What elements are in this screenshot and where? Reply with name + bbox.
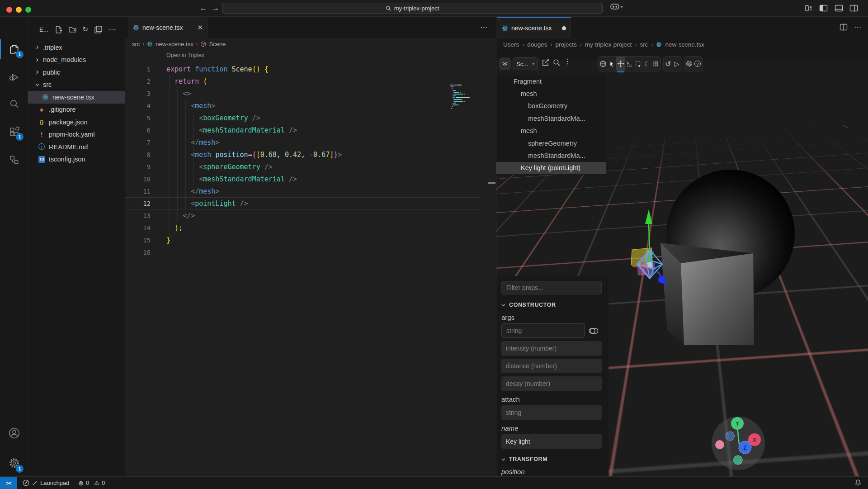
prop-input-decay-number-[interactable] <box>501 376 602 391</box>
scene-tree-item-meshstandardma-[interactable]: meshStandardMa... <box>496 149 606 161</box>
accounts-button[interactable] <box>0 422 28 444</box>
customize-layout-icon[interactable] <box>805 5 813 12</box>
help-icon[interactable]: ? <box>693 57 703 71</box>
code-line-2[interactable]: 2 return ( <box>125 75 479 87</box>
code-line-1[interactable]: 1export function Scene() { <box>125 63 479 75</box>
breadcrumb-item[interactable]: projects <box>556 41 577 48</box>
code-line-5[interactable]: 5 <boxGeometry /> <box>125 112 479 124</box>
breadcrumb-item[interactable]: src <box>640 41 648 48</box>
code-line-14[interactable]: 14 ); <box>125 222 479 234</box>
code-line-9[interactable]: 9 <sphereGeometry /> <box>125 161 479 173</box>
codelens-open-in-triplex[interactable]: Open in Triplex <box>166 52 204 58</box>
code-line-15[interactable]: 15} <box>125 234 479 246</box>
scale-tool[interactable] <box>625 57 634 71</box>
file-tree-item--gitignore[interactable]: ◆.gitignore <box>28 104 125 116</box>
file-tree-item--triplex[interactable]: .triplex <box>28 41 125 54</box>
launchpad-status-item[interactable]: Launchpad <box>23 480 69 486</box>
translate-tool[interactable] <box>616 57 625 71</box>
section-header-constructor[interactable]: CONSTRUCTOR <box>501 301 604 309</box>
navigate-forward-button[interactable]: → <box>210 3 221 14</box>
more-editor-actions-icon[interactable]: ⋯ <box>480 23 488 32</box>
layers-button[interactable] <box>499 57 511 70</box>
sidebar-item-extensions[interactable]: 1 <box>0 121 28 142</box>
toggle-primary-sidebar-icon[interactable] <box>819 5 828 12</box>
code-line-16[interactable]: 16 <box>125 246 479 258</box>
prop-input-intensity-number-[interactable] <box>501 341 602 356</box>
file-tree-item-node-modules[interactable]: node_modules <box>28 54 125 66</box>
file-tree-item-tsconfig-json[interactable]: TStsconfig.json <box>28 153 125 166</box>
window-minimize-button[interactable] <box>16 7 22 13</box>
split-editor-icon[interactable] <box>840 24 848 31</box>
breadcrumb-item[interactable]: douges <box>527 41 547 48</box>
kebab-menu-icon[interactable]: ⋮ <box>564 57 571 66</box>
command-center-search[interactable]: my-triplex-project <box>222 3 603 14</box>
file-tree-item-pnpm-lock-yaml[interactable]: !pnpm-lock.yaml <box>28 128 125 141</box>
code-line-12[interactable]: 12 <pointLight /> <box>125 197 479 209</box>
search-icon[interactable] <box>553 59 561 66</box>
settings-button[interactable]: 1 <box>0 452 28 474</box>
breadcrumb-item[interactable]: my-triplex-project <box>585 41 632 48</box>
code-line-13[interactable]: 13 </> <box>125 209 479 222</box>
breadcrumb-item[interactable]: Scene <box>209 41 226 47</box>
scene-select[interactable]: Sc... ▾ <box>513 57 538 70</box>
file-tree-item-public[interactable]: public <box>28 66 125 79</box>
explorer-title[interactable]: E... <box>39 26 48 33</box>
prop-input-string[interactable] <box>501 405 602 420</box>
gear-icon[interactable] <box>684 57 693 71</box>
play-icon[interactable]: ▷ <box>673 57 682 71</box>
code-line-3[interactable]: 3 <> <box>125 87 479 100</box>
code-line-10[interactable]: 10 <meshStandardMaterial /> <box>125 173 479 185</box>
toggle-panel-icon[interactable] <box>835 5 843 12</box>
scene-tree-item-meshstandardma-[interactable]: meshStandardMa... <box>496 112 606 124</box>
minimap[interactable] <box>450 85 481 114</box>
sidebar-item-references[interactable] <box>0 149 28 171</box>
copilot-menu[interactable]: ▾ <box>610 4 623 10</box>
select-tool[interactable] <box>608 57 617 71</box>
close-icon[interactable]: ✕ <box>197 24 203 32</box>
tab-new-scene-triplex[interactable]: new-scene.tsx <box>497 17 571 38</box>
prop-input-distance-number-[interactable] <box>501 359 602 373</box>
lighting-toggle[interactable]: ☾ <box>643 57 652 71</box>
file-tree-item-src[interactable]: src <box>28 79 125 91</box>
breadcrumb-item[interactable]: new-scene.tsx <box>665 41 704 48</box>
prop-input-string[interactable] <box>501 323 585 338</box>
code-line-8[interactable]: 8 <mesh position={[0.68, 0.42, -0.67]}> <box>125 148 479 161</box>
section-header-transform[interactable]: TRANSFORM <box>501 455 604 463</box>
scene-tree-item-spheregeometry[interactable]: sphereGeometry <box>496 137 606 149</box>
edit-scene-icon[interactable] <box>541 58 550 67</box>
new-folder-icon[interactable] <box>69 26 76 33</box>
new-file-icon[interactable] <box>55 26 62 33</box>
code-line-7[interactable]: 7 </mesh> <box>125 136 479 148</box>
scene-tree-item-mesh[interactable]: mesh <box>496 87 606 100</box>
breadcrumb-item[interactable]: new-scene.tsx <box>156 41 193 47</box>
scene-tree-item-mesh[interactable]: mesh <box>496 125 606 137</box>
sidebar-item-search[interactable] <box>0 93 28 114</box>
file-tree-item-package-json[interactable]: {}package.json <box>28 116 125 128</box>
window-close-button[interactable] <box>6 7 12 13</box>
prop-input-key-light[interactable] <box>501 434 602 449</box>
filter-props-input[interactable] <box>501 281 602 294</box>
notifications-bell-icon[interactable] <box>854 479 862 486</box>
collapse-all-icon[interactable] <box>94 26 102 33</box>
file-tree-item-readme-md[interactable]: ⓘREADME.md <box>28 141 125 153</box>
code-line-6[interactable]: 6 <meshStandardMaterial /> <box>125 124 479 136</box>
breadcrumb-item[interactable]: Users <box>503 41 519 48</box>
refresh-icon[interactable]: ↻ <box>83 25 89 33</box>
window-maximize-button[interactable] <box>25 7 31 13</box>
code-line-11[interactable]: 11 </mesh> <box>125 185 479 197</box>
undo-icon[interactable]: ↺ <box>664 57 673 71</box>
problems-status-item[interactable]: ⊗ 0 ⚠ 0 <box>78 480 105 487</box>
transform-tool[interactable] <box>634 57 643 71</box>
sidebar-item-explorer[interactable]: 1 <box>0 38 28 60</box>
more-actions-icon[interactable]: ⋯ <box>108 25 115 33</box>
code-line-4[interactable]: 4 <mesh> <box>125 100 479 112</box>
scene-tree-item-key-light-pointlight-[interactable]: Key light (pointLight) <box>496 162 606 174</box>
toggle-secondary-sidebar-icon[interactable] <box>849 5 858 12</box>
sidebar-item-run-debug[interactable] <box>0 66 28 88</box>
scene-tree-item-boxgeometry[interactable]: boxGeometry <box>496 100 606 112</box>
frame-panels-tool[interactable]: ⊞ <box>651 57 660 71</box>
breadcrumb-item[interactable]: src <box>132 41 140 47</box>
file-tree-item-new-scene-tsx[interactable]: new-scene.tsx <box>28 91 125 104</box>
switch-prop-type-icon[interactable] <box>589 328 599 334</box>
tab-new-scene[interactable]: new-scene.tsx ✕ <box>128 17 208 38</box>
